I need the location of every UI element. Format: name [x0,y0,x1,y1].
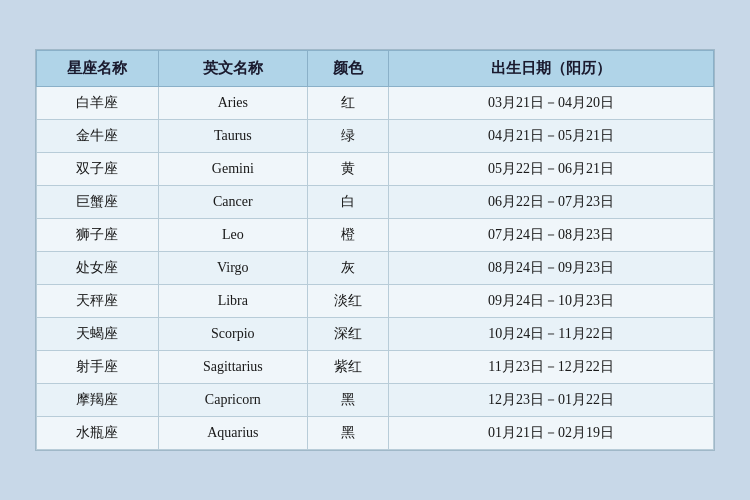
cell-chinese: 巨蟹座 [37,186,159,219]
cell-chinese: 摩羯座 [37,384,159,417]
cell-english: Aries [158,87,307,120]
cell-chinese: 金牛座 [37,120,159,153]
cell-english: Taurus [158,120,307,153]
header-chinese: 星座名称 [37,51,159,87]
table-row: 摩羯座Capricorn黑12月23日－01月22日 [37,384,714,417]
cell-color: 黑 [307,417,388,450]
cell-color: 黑 [307,384,388,417]
cell-chinese: 处女座 [37,252,159,285]
cell-english: Leo [158,219,307,252]
cell-date: 10月24日－11月22日 [389,318,714,351]
cell-date: 05月22日－06月21日 [389,153,714,186]
table-row: 射手座Sagittarius紫红11月23日－12月22日 [37,351,714,384]
cell-color: 淡红 [307,285,388,318]
zodiac-table: 星座名称 英文名称 颜色 出生日期（阳历） 白羊座Aries红03月21日－04… [36,50,714,450]
table-row: 巨蟹座Cancer白06月22日－07月23日 [37,186,714,219]
cell-english: Cancer [158,186,307,219]
cell-date: 06月22日－07月23日 [389,186,714,219]
cell-date: 11月23日－12月22日 [389,351,714,384]
cell-color: 紫红 [307,351,388,384]
cell-chinese: 天秤座 [37,285,159,318]
table-row: 水瓶座Aquarius黑01月21日－02月19日 [37,417,714,450]
table-row: 双子座Gemini黄05月22日－06月21日 [37,153,714,186]
cell-english: Libra [158,285,307,318]
cell-chinese: 白羊座 [37,87,159,120]
header-color: 颜色 [307,51,388,87]
header-english: 英文名称 [158,51,307,87]
cell-english: Aquarius [158,417,307,450]
cell-english: Gemini [158,153,307,186]
cell-chinese: 双子座 [37,153,159,186]
cell-date: 07月24日－08月23日 [389,219,714,252]
cell-date: 01月21日－02月19日 [389,417,714,450]
cell-color: 绿 [307,120,388,153]
cell-date: 03月21日－04月20日 [389,87,714,120]
cell-chinese: 狮子座 [37,219,159,252]
table-row: 狮子座Leo橙07月24日－08月23日 [37,219,714,252]
cell-color: 深红 [307,318,388,351]
table-row: 金牛座Taurus绿04月21日－05月21日 [37,120,714,153]
cell-color: 红 [307,87,388,120]
cell-chinese: 天蝎座 [37,318,159,351]
cell-date: 12月23日－01月22日 [389,384,714,417]
cell-english: Scorpio [158,318,307,351]
table-row: 天蝎座Scorpio深红10月24日－11月22日 [37,318,714,351]
cell-english: Sagittarius [158,351,307,384]
cell-color: 灰 [307,252,388,285]
cell-date: 04月21日－05月21日 [389,120,714,153]
cell-date: 09月24日－10月23日 [389,285,714,318]
cell-chinese: 射手座 [37,351,159,384]
table-row: 白羊座Aries红03月21日－04月20日 [37,87,714,120]
cell-date: 08月24日－09月23日 [389,252,714,285]
table-header-row: 星座名称 英文名称 颜色 出生日期（阳历） [37,51,714,87]
cell-color: 橙 [307,219,388,252]
cell-chinese: 水瓶座 [37,417,159,450]
zodiac-table-container: 星座名称 英文名称 颜色 出生日期（阳历） 白羊座Aries红03月21日－04… [35,49,715,451]
cell-color: 黄 [307,153,388,186]
cell-color: 白 [307,186,388,219]
table-row: 天秤座Libra淡红09月24日－10月23日 [37,285,714,318]
cell-english: Capricorn [158,384,307,417]
cell-english: Virgo [158,252,307,285]
table-row: 处女座Virgo灰08月24日－09月23日 [37,252,714,285]
header-date: 出生日期（阳历） [389,51,714,87]
